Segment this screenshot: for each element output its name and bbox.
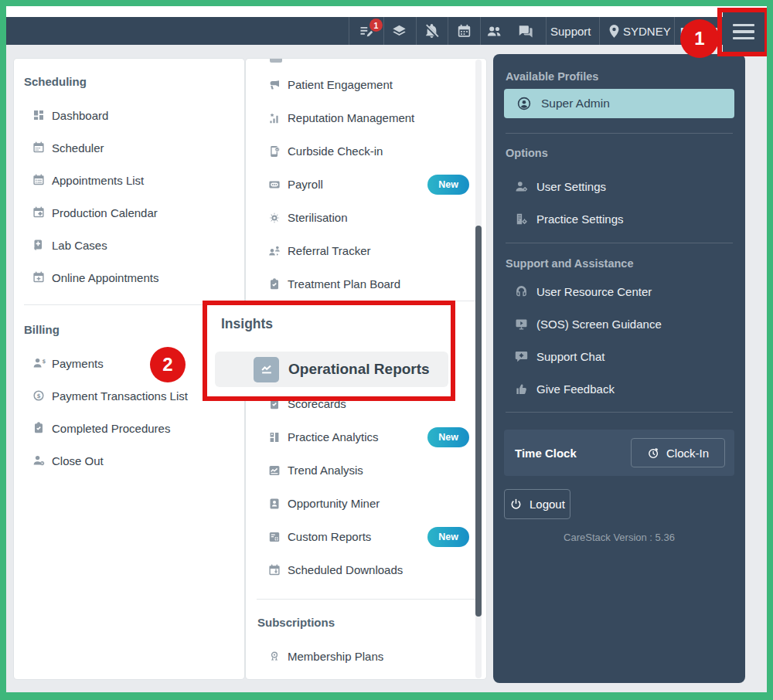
logout-label: Logout: [530, 498, 565, 511]
headset-icon: [513, 284, 529, 299]
menu-item-payroll[interactable]: Payroll New: [246, 168, 486, 201]
menu-item-label: Completed Procedures: [52, 422, 170, 435]
calendar-gear-icon: [32, 206, 46, 219]
gear-icon: [267, 211, 281, 225]
menu-item-lab-cases[interactable]: Lab Cases: [14, 229, 244, 261]
menu-item-operational-reports[interactable]: Operational Reports: [215, 352, 448, 387]
menu-item-production-calendar[interactable]: Production Calendar: [14, 196, 244, 229]
menu-item-label: User Resource Center: [536, 285, 652, 298]
location-pin-icon: [604, 22, 623, 39]
topbar-divider: [546, 17, 547, 45]
menu-item-scheduled-downloads[interactable]: Scheduled Downloads: [246, 553, 486, 586]
menu-item-label: Lab Cases: [52, 239, 107, 252]
time-clock-panel: Time Clock Clock-In: [504, 430, 734, 476]
logout-button[interactable]: Logout: [504, 489, 570, 519]
menu-item-scheduler[interactable]: Scheduler: [14, 131, 244, 164]
menu-item-appointments-list[interactable]: Appointments List: [14, 164, 244, 196]
menu-item-label: User Settings: [536, 180, 606, 193]
menu-item-label: Custom Reports: [288, 530, 371, 543]
person-close-icon: [32, 454, 46, 467]
svg-text:$: $: [42, 358, 46, 365]
education-layers-icon[interactable]: [390, 22, 408, 39]
clock-icon: [647, 447, 660, 460]
topbar-divider: [599, 17, 600, 45]
menu-item-online-appointments[interactable]: Online Appointments: [14, 261, 244, 294]
topbar-divider: [383, 17, 384, 45]
new-badge: New: [427, 427, 469, 447]
menu-item-label: Support Chat: [536, 350, 604, 363]
user-gear-icon: [513, 178, 529, 194]
menu-item-label: Referral Tracker: [288, 244, 371, 257]
trend-chart-icon: [267, 464, 281, 477]
menu-item-user-settings[interactable]: User Settings: [493, 170, 745, 202]
scrollbar-thumb[interactable]: [475, 226, 482, 617]
menu-item-practice-analytics[interactable]: Practice Analytics New: [246, 420, 486, 454]
menu-item-label: Payments: [52, 357, 104, 370]
menu-item-label: Trend Analysis: [288, 464, 363, 477]
menu-item-label: Payment Transactions List: [52, 389, 188, 403]
version-text: CareStack Version : 5.36: [493, 532, 745, 543]
support-link[interactable]: Support: [550, 17, 591, 45]
menu-item-completed-procedures[interactable]: Completed Procedures: [14, 412, 244, 444]
menu-item-label: Give Feedback: [536, 382, 615, 396]
clock-in-button[interactable]: Clock-In: [631, 438, 725, 467]
profile-name-label: Super Admin: [541, 97, 610, 110]
menu-item-label: Reputation Management: [288, 111, 414, 124]
menu-item-opportunity-miner[interactable]: Opportunity Miner: [246, 487, 486, 520]
building-gear-icon: [513, 211, 529, 226]
menu-item-label: Appointments List: [52, 174, 144, 187]
opportunity-person-icon: [267, 497, 281, 511]
calendar-list-icon: [32, 173, 46, 187]
location-selector[interactable]: SYDNEY: [623, 17, 671, 45]
calendar-icon[interactable]: [455, 22, 473, 39]
chat-gear-icon: [513, 348, 529, 364]
menu-item-treatment-plan-board[interactable]: Treatment Plan Board: [246, 267, 486, 301]
thumbs-up-icon: [513, 381, 529, 396]
menu-item-curbside-checkin[interactable]: Curbside Check-in: [246, 134, 486, 168]
menu-item-user-resource-center[interactable]: User Resource Center: [493, 275, 745, 308]
custom-report-icon: [267, 530, 281, 544]
menu-item-trend-analysis[interactable]: Trend Analysis: [246, 454, 486, 487]
screenshot-frame: 1 Support SYDNEY F P 1 Scheduling Dashbo…: [0, 0, 773, 700]
annotation-box-step2: Insights Operational Reports: [203, 301, 455, 401]
menu-item-label: Scheduled Downloads: [288, 563, 403, 576]
clipped-menu-icon: [270, 59, 282, 63]
notifications-off-icon[interactable]: [422, 22, 441, 39]
svg-text:$: $: [36, 392, 40, 399]
menu-item-label: Membership Plans: [288, 650, 383, 663]
annotation-circle-step2: 2: [150, 347, 186, 382]
menu-item-sos-screen-guidance[interactable]: (SOS) Screen Guidance: [493, 308, 745, 340]
calendar-download-icon: [267, 563, 281, 577]
patients-icon[interactable]: [485, 22, 503, 39]
menu-item-reputation-management[interactable]: Reputation Management: [246, 101, 486, 134]
menu-item-label: Close Out: [52, 454, 104, 467]
menu-item-referral-tracker[interactable]: Referral Tracker: [246, 234, 486, 267]
notification-count-badge: 1: [369, 19, 383, 32]
power-icon: [509, 498, 523, 511]
menu-item-label: Curbside Check-in: [288, 144, 383, 158]
menu-item-label: (SOS) Screen Guidance: [536, 318, 662, 331]
payroll-card-icon: [267, 178, 281, 192]
app-window: 1 Support SYDNEY F P 1 Scheduling Dashbo…: [6, 6, 767, 692]
topbar-divider: [349, 17, 349, 45]
dashboard-icon: [32, 108, 46, 122]
dollar-cycle-icon: $: [32, 389, 46, 403]
megaphone-icon: [267, 78, 281, 92]
menu-item-label: Production Calendar: [52, 206, 158, 219]
new-badge: New: [427, 527, 469, 547]
menu-item-membership-plans[interactable]: Membership Plans: [246, 640, 486, 673]
section-title-subscriptions: Subscriptions: [257, 613, 486, 632]
messages-icon[interactable]: [516, 22, 534, 39]
menu-item-sterilisation[interactable]: Sterilisation: [246, 201, 486, 234]
menu-item-dashboard[interactable]: Dashboard: [14, 99, 244, 131]
top-navigation-bar: 1 Support SYDNEY F P: [6, 17, 767, 45]
profile-super-admin-button[interactable]: Super Admin: [504, 89, 734, 118]
menu-item-label: Opportunity Miner: [288, 497, 380, 510]
menu-item-close-out[interactable]: Close Out: [14, 444, 244, 477]
menu-item-practice-settings[interactable]: Practice Settings: [493, 202, 745, 235]
menu-item-custom-reports[interactable]: Custom Reports New: [246, 520, 486, 553]
menu-item-give-feedback[interactable]: Give Feedback: [493, 372, 745, 405]
menu-item-support-chat[interactable]: Support Chat: [493, 340, 745, 372]
menu-item-label: Patient Engagement: [288, 78, 393, 91]
menu-item-patient-engagement[interactable]: Patient Engagement: [246, 68, 486, 101]
